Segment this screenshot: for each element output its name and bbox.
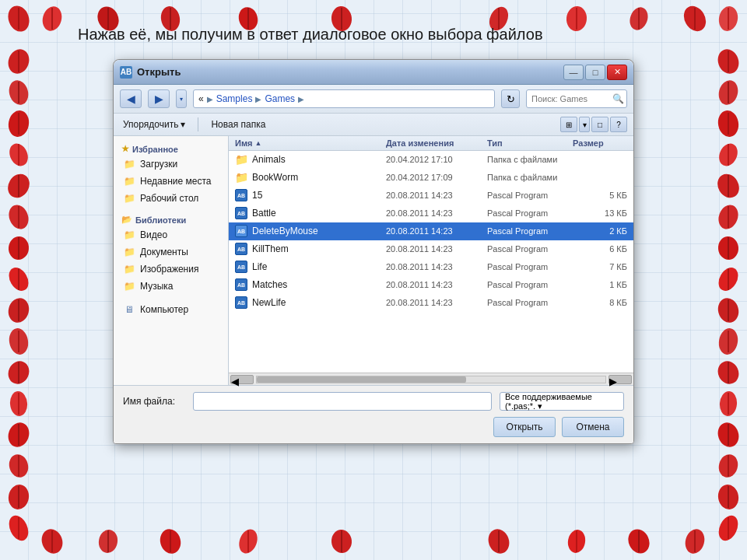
file-item-life[interactable]: AB Life 20.08.2011 14:23 Pascal Program … (229, 258, 633, 276)
folder-icon: 📁 (123, 246, 135, 258)
pascal-icon: AB (235, 243, 247, 255)
folder-icon: 📁 (123, 280, 135, 292)
minimize-button[interactable]: — (563, 65, 584, 80)
favorites-header: ★ Избранное (117, 142, 225, 156)
file-item-battle[interactable]: AB Battle 20.08.2011 14:23 Pascal Progra… (229, 205, 633, 222)
refresh-button[interactable]: ↻ (501, 89, 520, 108)
nav-dropdown-button[interactable]: ▾ (176, 89, 187, 108)
file-item-deletebymouse[interactable]: AB DeleteByMouse 20.08.2011 14:23 Pascal… (229, 222, 633, 240)
nav-item-music-label: Музыка (140, 281, 173, 292)
close-button[interactable]: ✕ (607, 65, 627, 80)
organize-button[interactable]: Упорядочить ▾ (120, 117, 188, 131)
file-date: 20.08.2011 14:23 (386, 208, 487, 218)
filename-input[interactable] (193, 392, 492, 411)
hscroll-left[interactable]: ◀ (230, 375, 254, 384)
nav-item-video[interactable]: 📁 Видео (117, 226, 225, 243)
help-button[interactable]: ? (610, 117, 627, 132)
file-item-newlife[interactable]: AB NewLife 20.08.2011 14:23 Pascal Progr… (229, 294, 633, 312)
file-size: 13 КБ (573, 208, 627, 218)
breadcrumb-sep2: ▶ (255, 95, 261, 103)
folder-icon: 📁 (123, 175, 135, 187)
col-size[interactable]: Размер (573, 138, 627, 148)
col-date[interactable]: Дата изменения (386, 138, 487, 148)
file-name: Animals (252, 154, 286, 165)
computer-section: 🖥 Компьютер (117, 301, 225, 318)
maximize-button[interactable]: □ (585, 65, 605, 80)
view-dropdown-button[interactable]: ▾ (579, 117, 590, 132)
hscroll-thumb[interactable] (257, 376, 466, 383)
file-item-15[interactable]: AB 15 20.08.2011 14:23 Pascal Program 5 … (229, 187, 633, 205)
pascal-icon: AB (235, 189, 247, 201)
file-item-bookworm[interactable]: 📁 BookWorm 20.04.2012 17:09 Папка с файл… (229, 169, 633, 187)
file-name: DeleteByMouse (252, 226, 318, 236)
nav-item-images[interactable]: 📁 Изображения (117, 261, 225, 278)
pascal-icon: AB (235, 296, 247, 309)
file-size: 2 КБ (573, 226, 627, 236)
dialog-title: Открыть (137, 66, 563, 78)
file-item-matches[interactable]: AB Matches 20.08.2011 14:23 Pascal Progr… (229, 276, 633, 294)
folder-icon: 📁 (123, 229, 135, 241)
nav-item-recent[interactable]: 📁 Недавние места (117, 173, 225, 190)
hscroll-right[interactable]: ▶ (608, 375, 632, 384)
breadcrumb-games[interactable]: Games (265, 93, 295, 104)
file-open-dialog: AB Открыть — □ ✕ ◀ ▶ ▾ « ▶ Samples ▶ Gam… (113, 59, 634, 444)
horizontal-scrollbar[interactable]: ◀ ▶ (229, 373, 633, 385)
file-name: Battle (252, 208, 276, 219)
navigation-panel: ★ Избранное 📁 Загрузки 📁 Недавние места … (114, 136, 229, 385)
forward-button[interactable]: ▶ (148, 89, 170, 108)
nav-item-video-label: Видео (140, 229, 167, 240)
file-type: Папка с файлами (487, 155, 573, 164)
file-date: 20.08.2011 14:23 (386, 226, 487, 236)
preview-button[interactable]: □ (591, 117, 608, 132)
file-filter-dropdown[interactable]: Все поддерживаемые (*.pas;*. ▾ (500, 392, 624, 411)
pascal-icon: AB (235, 261, 247, 273)
file-size: 1 КБ (573, 280, 627, 289)
file-list: 📁 Animals 20.04.2012 17:10 Папка с файла… (229, 151, 633, 373)
breadcrumb-bar[interactable]: « ▶ Samples ▶ Games ▶ (193, 89, 495, 108)
nav-item-documents-label: Документы (140, 247, 188, 257)
nav-item-computer[interactable]: 🖥 Компьютер (117, 301, 225, 318)
file-list-area: Имя ▲ Дата изменения Тип Размер (229, 136, 633, 385)
dialog-body: ★ Избранное 📁 Загрузки 📁 Недавние места … (114, 136, 633, 385)
new-folder-button[interactable]: Новая папка (208, 117, 268, 131)
nav-item-desktop-label: Рабочий стол (140, 193, 198, 204)
organize-dropdown-icon: ▾ (181, 119, 185, 130)
dialog-footer: Имя файла: Все поддерживаемые (*.pas;*. … (114, 385, 633, 443)
filename-label: Имя файла: (123, 396, 185, 407)
file-item-killthem[interactable]: AB KillThem 20.08.2011 14:23 Pascal Prog… (229, 240, 633, 258)
title-bar-buttons: — □ ✕ (563, 65, 627, 80)
open-button[interactable]: Открыть (493, 417, 556, 437)
file-date: 20.08.2011 14:23 (386, 262, 487, 271)
file-type: Pascal Program (487, 280, 573, 289)
file-list-header: Имя ▲ Дата изменения Тип Размер (229, 136, 633, 151)
nav-item-downloads[interactable]: 📁 Загрузки (117, 156, 225, 173)
col-name[interactable]: Имя ▲ (235, 138, 386, 148)
title-bar: AB Открыть — □ ✕ (114, 60, 633, 85)
file-date: 20.04.2012 17:09 (386, 173, 487, 182)
file-item-animals[interactable]: 📁 Animals 20.04.2012 17:10 Папка с файла… (229, 151, 633, 169)
col-type[interactable]: Тип (487, 138, 573, 148)
file-date: 20.08.2011 14:23 (386, 298, 487, 307)
back-button[interactable]: ◀ (120, 89, 142, 108)
file-name: KillThem (252, 243, 289, 254)
nav-item-music[interactable]: 📁 Музыка (117, 278, 225, 295)
folder-icon: 📁 (235, 171, 248, 184)
folder-icon: 📁 (123, 192, 135, 205)
file-date: 20.08.2011 14:23 (386, 244, 487, 254)
nav-item-desktop[interactable]: 📁 Рабочий стол (117, 190, 225, 207)
favorites-label: Избранное (132, 145, 178, 154)
libraries-folder-icon: 📂 (121, 215, 132, 225)
view-list-button[interactable]: ⊞ (560, 117, 577, 132)
cancel-button[interactable]: Отмена (562, 417, 624, 437)
organize-label: Упорядочить (123, 119, 178, 130)
file-type: Папка с файлами (487, 173, 573, 182)
breadcrumb-samples[interactable]: Samples (216, 93, 253, 104)
file-type: Pascal Program (487, 262, 573, 271)
file-name: Life (252, 261, 267, 272)
search-wrapper: 🔍 (526, 89, 627, 108)
pascal-icon: AB (235, 278, 247, 291)
nav-item-documents[interactable]: 📁 Документы (117, 243, 225, 261)
file-filter-label: Все поддерживаемые (*.pas;*. ▾ (505, 392, 619, 411)
file-type: Pascal Program (487, 191, 573, 200)
nav-item-images-label: Изображения (140, 264, 198, 275)
